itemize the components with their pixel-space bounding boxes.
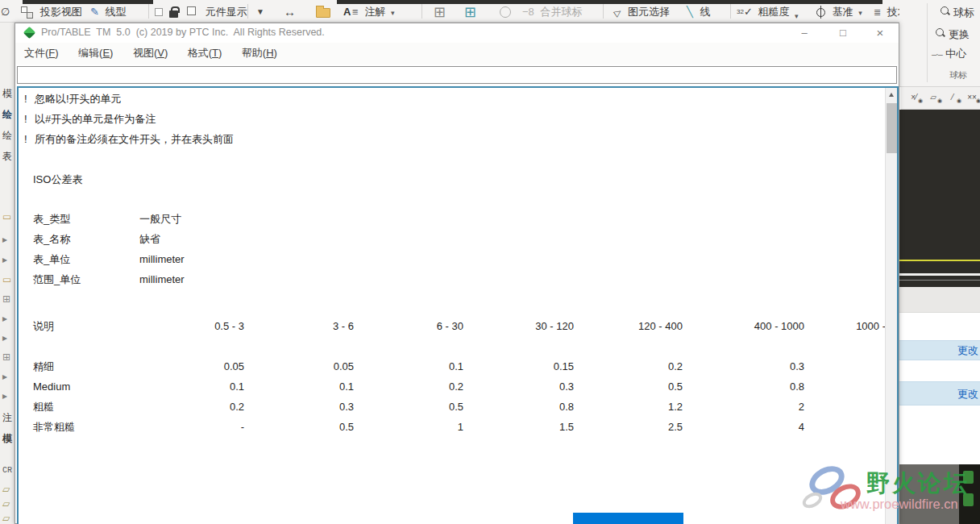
menu-help[interactable]: 帮助(H) — [239, 43, 280, 64]
ribbon-item-datum[interactable]: 基准 ▾ — [816, 3, 862, 21]
change-link[interactable]: 更改 — [957, 388, 978, 400]
property-row[interactable]: 范围_单位 millimeter — [19, 269, 888, 289]
scrollbar-thumb[interactable] — [887, 103, 897, 153]
csys-display-icon[interactable]: ××◉ — [964, 91, 980, 106]
menu-file[interactable]: 文件(F) — [22, 43, 61, 64]
arrow-icon[interactable]: ▸ — [2, 371, 15, 385]
tab-model[interactable]: 模 — [2, 87, 15, 102]
dimension-icon[interactable]: ↔ — [284, 3, 296, 21]
ribbon-item-roughness[interactable]: 32✓ 粗糙度 ▾ — [737, 3, 799, 21]
panel-band — [899, 287, 980, 313]
merge-balloon-icon: −8 — [522, 3, 534, 21]
tab-draw[interactable]: 绘 — [2, 129, 15, 143]
change-link[interactable]: 更改 — [957, 344, 978, 356]
window-titlebar[interactable]: Pro/TABLE TM 5.0 (c) 2019 by PTC Inc. Al… — [15, 23, 899, 43]
ribbon-item-projection-view[interactable]: 投影视图 — [21, 3, 82, 21]
tab-draw-bold[interactable]: 绘 — [2, 108, 15, 123]
property-row[interactable]: 表_单位 millimeter — [19, 249, 888, 269]
ribbon-item-merge-balloon: −8 合并球标 — [522, 3, 582, 21]
drawing-yellow-line — [899, 260, 980, 261]
property-row[interactable]: 表_类型 一般尺寸 — [19, 209, 888, 229]
ribbon-item-line[interactable]: ╲ 线 — [687, 3, 710, 21]
component-display-icon — [187, 6, 199, 19]
point-display-icon[interactable]: ⁄◉ — [945, 91, 961, 106]
separator — [927, 3, 928, 82]
ribbon-item-annotation[interactable]: A≣ 注解 ▾ — [343, 3, 395, 21]
watermark-fragment — [963, 471, 974, 484]
table-content: ! 忽略以!开头的单元 ! 以#开头的单元是作为备注 ! 所有的备注必须在文件开… — [17, 86, 899, 524]
table-row[interactable]: 粗糙 0.2 0.3 0.5 0.8 1.2 2 — [19, 397, 888, 417]
ribbon-item-replace[interactable]: 更换 — [935, 24, 970, 42]
lock-icon[interactable] — [169, 3, 178, 21]
comment-row[interactable]: ! 忽略以!开头的单元 — [19, 89, 888, 109]
window-title: Pro/TABLE TM 5.0 (c) 2019 by PTC Inc. Al… — [41, 27, 325, 38]
plane-icon[interactable]: ▱ — [2, 498, 15, 513]
change-row[interactable]: 更改 — [899, 381, 980, 405]
drawing-canvas — [899, 110, 980, 287]
menu-edit[interactable]: 编辑(E) — [76, 43, 115, 64]
cell-edit-field[interactable] — [17, 66, 897, 84]
datum-icon — [816, 6, 826, 19]
label-cr[interactable]: CR — [2, 466, 15, 480]
grid-icon[interactable]: ⊞ — [2, 351, 15, 366]
folder-icon[interactable]: ▭ — [2, 274, 15, 289]
bottom-dark-band — [899, 464, 980, 524]
checkbox[interactable] — [155, 3, 163, 21]
separator — [603, 4, 604, 19]
circle-icon — [500, 3, 511, 21]
tab-table[interactable]: 表 — [2, 150, 15, 164]
roughness-icon: 32 — [737, 3, 744, 21]
table-row[interactable]: Medium 0.1 0.1 0.2 0.3 0.5 0.8 — [19, 376, 888, 397]
arrow-icon[interactable]: ▸ — [2, 313, 15, 327]
label-model-bold[interactable]: 模 — [2, 432, 15, 447]
folder-icon[interactable]: ▭ — [2, 211, 15, 226]
screen: ∅ 投影视图 ✎ 线型 元件显示 ▼ ↔ A≣ 注解 ▾ ⊞ ⊞ — [0, 0, 980, 524]
ribbon-item-element-select[interactable]: ▷ 图元选择 — [614, 3, 670, 21]
menubar: 文件(F) 编辑(E) 视图(V) 格式(T) 帮助(H) — [15, 43, 899, 64]
table-row[interactable]: 非常粗糙 - 0.5 1 1.5 2.5 4 — [19, 417, 888, 437]
plane-display-icon[interactable]: ▱◉ — [925, 91, 941, 106]
ribbon-item-component-display[interactable]: 元件显示 — [187, 3, 247, 21]
scroll-up-icon[interactable] — [886, 88, 898, 102]
tech-requirements-icon: ≣ — [874, 3, 881, 21]
table-icon[interactable]: ⊞ — [434, 3, 446, 21]
arrow-icon[interactable]: ▸ — [2, 390, 15, 405]
separator — [148, 4, 149, 19]
close-button[interactable]: × — [866, 25, 894, 41]
table-teal-icon[interactable]: ⊞ — [464, 3, 476, 21]
separator — [730, 4, 731, 19]
comment-row[interactable]: ! 以#开头的单元是作为备注 — [19, 109, 888, 129]
label-note[interactable]: 注 — [2, 411, 15, 426]
bottom-blue-button[interactable] — [573, 513, 683, 524]
maximize-button[interactable]: □ — [829, 25, 857, 41]
drawing-white-line — [899, 273, 980, 276]
plane-icon[interactable]: ▱ — [2, 484, 15, 498]
grid-icon[interactable]: ⊞ — [2, 293, 15, 308]
minimize-button[interactable]: – — [791, 25, 818, 41]
separator — [247, 4, 248, 19]
comment-marker: ! — [24, 89, 27, 109]
arrow-icon[interactable]: ▸ — [2, 234, 15, 248]
magnifier-icon — [940, 6, 950, 16]
comment-row[interactable]: ! 所有的备注必须在文件开头，并在表头前面 — [19, 129, 888, 149]
folder-icon[interactable] — [316, 3, 330, 21]
menu-format[interactable]: 格式(T) — [185, 43, 225, 64]
plane-icon[interactable]: ▱ — [2, 513, 15, 524]
menu-view[interactable]: 视图(V) — [131, 43, 170, 64]
ribbon-item-balloon[interactable]: 球标 — [940, 2, 974, 20]
ribbon-item-line-style[interactable]: ✎ 线型 — [90, 3, 127, 21]
arrow-icon[interactable]: ▸ — [2, 254, 15, 268]
table-header-row[interactable]: 说明 0.5 - 3 3 - 6 6 - 30 30 - 120 120 - 4… — [19, 316, 888, 336]
section-title-row[interactable]: ISO公差表 — [19, 169, 888, 189]
filter-icon[interactable]: ▼ — [256, 3, 264, 21]
table-row[interactable]: 精细 0.05 0.05 0.1 0.15 0.2 0.3 — [19, 356, 888, 376]
ribbon-item-centerline[interactable]: –·–中心 — [932, 45, 966, 63]
arrow-icon[interactable]: ▸ — [2, 332, 15, 347]
protable-window: Pro/TABLE TM 5.0 (c) 2019 by PTC Inc. Al… — [15, 23, 899, 524]
property-row[interactable]: 表_名称 缺省 — [19, 229, 888, 249]
chevron-down-icon: ▾ — [858, 9, 862, 17]
comment-marker: ! — [24, 129, 27, 149]
axis-display-icon[interactable]: ×⁄◉ — [906, 91, 922, 106]
change-row[interactable]: 更改 — [899, 340, 980, 360]
vertical-scrollbar[interactable] — [885, 88, 897, 524]
